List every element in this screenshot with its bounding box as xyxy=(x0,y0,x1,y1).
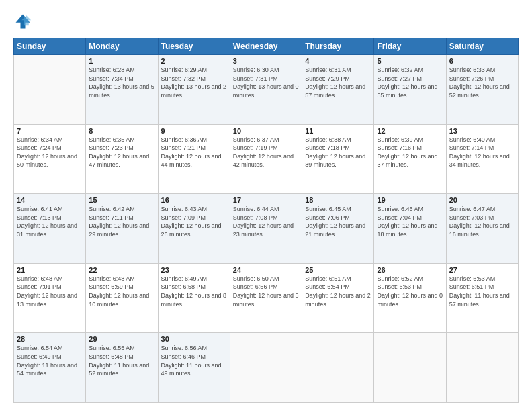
day-number: 6 xyxy=(449,57,515,65)
calendar-day-cell: 24Sunrise: 6:50 AMSunset: 6:56 PMDayligh… xyxy=(230,263,302,333)
day-info: Sunrise: 6:54 AMSunset: 6:49 PMDaylight:… xyxy=(17,344,83,377)
day-info: Sunrise: 6:35 AMSunset: 7:23 PMDaylight:… xyxy=(89,136,154,169)
calendar-day-cell: 4Sunrise: 6:31 AMSunset: 7:29 PMDaylight… xyxy=(302,55,374,125)
day-number: 11 xyxy=(305,127,371,135)
day-info: Sunrise: 6:50 AMSunset: 6:56 PMDaylight:… xyxy=(233,275,299,308)
weekday-header: Friday xyxy=(374,38,446,55)
day-number: 5 xyxy=(377,57,443,65)
day-number: 25 xyxy=(305,266,371,274)
logo-icon xyxy=(13,12,32,31)
calendar-day-cell xyxy=(230,333,302,403)
day-number: 12 xyxy=(377,127,443,135)
page: SundayMondayTuesdayWednesdayThursdayFrid… xyxy=(0,0,532,411)
day-info: Sunrise: 6:42 AMSunset: 7:11 PMDaylight:… xyxy=(89,205,154,238)
calendar-day-cell xyxy=(374,333,446,403)
day-number: 22 xyxy=(89,266,154,274)
day-number: 14 xyxy=(17,196,83,204)
calendar-week-row: 28Sunrise: 6:54 AMSunset: 6:49 PMDayligh… xyxy=(14,333,519,403)
calendar-day-cell: 29Sunrise: 6:55 AMSunset: 6:48 PMDayligh… xyxy=(86,333,158,403)
day-info: Sunrise: 6:48 AMSunset: 7:01 PMDaylight:… xyxy=(17,275,83,308)
day-number: 3 xyxy=(233,57,299,65)
calendar-day-cell: 16Sunrise: 6:43 AMSunset: 7:09 PMDayligh… xyxy=(158,194,230,264)
calendar-day-cell: 13Sunrise: 6:40 AMSunset: 7:14 PMDayligh… xyxy=(446,124,518,194)
day-info: Sunrise: 6:39 AMSunset: 7:16 PMDaylight:… xyxy=(377,136,443,169)
weekday-header: Monday xyxy=(86,38,158,55)
logo xyxy=(13,12,35,31)
calendar-table: SundayMondayTuesdayWednesdayThursdayFrid… xyxy=(13,38,519,403)
calendar-day-cell: 28Sunrise: 6:54 AMSunset: 6:49 PMDayligh… xyxy=(14,333,86,403)
calendar-day-cell: 26Sunrise: 6:52 AMSunset: 6:53 PMDayligh… xyxy=(374,263,446,333)
day-info: Sunrise: 6:38 AMSunset: 7:18 PMDaylight:… xyxy=(305,136,371,169)
day-info: Sunrise: 6:36 AMSunset: 7:21 PMDaylight:… xyxy=(161,136,227,169)
calendar-day-cell: 11Sunrise: 6:38 AMSunset: 7:18 PMDayligh… xyxy=(302,124,374,194)
weekday-header: Tuesday xyxy=(158,38,230,55)
calendar-day-cell: 18Sunrise: 6:45 AMSunset: 7:06 PMDayligh… xyxy=(302,194,374,264)
day-info: Sunrise: 6:30 AMSunset: 7:31 PMDaylight:… xyxy=(233,66,299,99)
day-number: 7 xyxy=(17,127,83,135)
calendar-header-row: SundayMondayTuesdayWednesdayThursdayFrid… xyxy=(14,38,519,55)
calendar-day-cell: 22Sunrise: 6:48 AMSunset: 6:59 PMDayligh… xyxy=(86,263,158,333)
weekday-header: Thursday xyxy=(302,38,374,55)
calendar-day-cell: 7Sunrise: 6:34 AMSunset: 7:24 PMDaylight… xyxy=(14,124,86,194)
day-number: 10 xyxy=(233,127,299,135)
weekday-header: Sunday xyxy=(14,38,86,55)
calendar-day-cell: 3Sunrise: 6:30 AMSunset: 7:31 PMDaylight… xyxy=(230,55,302,125)
weekday-header: Wednesday xyxy=(230,38,302,55)
calendar-day-cell: 5Sunrise: 6:32 AMSunset: 7:27 PMDaylight… xyxy=(374,55,446,125)
calendar-day-cell: 15Sunrise: 6:42 AMSunset: 7:11 PMDayligh… xyxy=(86,194,158,264)
day-info: Sunrise: 6:28 AMSunset: 7:34 PMDaylight:… xyxy=(89,66,154,99)
day-info: Sunrise: 6:40 AMSunset: 7:14 PMDaylight:… xyxy=(449,136,515,169)
day-number: 26 xyxy=(377,266,443,274)
weekday-header: Saturday xyxy=(446,38,518,55)
day-info: Sunrise: 6:34 AMSunset: 7:24 PMDaylight:… xyxy=(17,136,83,169)
day-number: 13 xyxy=(449,127,515,135)
day-info: Sunrise: 6:56 AMSunset: 6:46 PMDaylight:… xyxy=(161,344,227,377)
calendar-day-cell: 19Sunrise: 6:46 AMSunset: 7:04 PMDayligh… xyxy=(374,194,446,264)
day-number: 17 xyxy=(233,196,299,204)
day-number: 16 xyxy=(161,196,227,204)
day-number: 19 xyxy=(377,196,443,204)
day-info: Sunrise: 6:33 AMSunset: 7:26 PMDaylight:… xyxy=(449,66,515,99)
day-info: Sunrise: 6:52 AMSunset: 6:53 PMDaylight:… xyxy=(377,275,443,308)
day-number: 21 xyxy=(17,266,83,274)
day-info: Sunrise: 6:55 AMSunset: 6:48 PMDaylight:… xyxy=(89,344,154,377)
day-number: 9 xyxy=(161,127,227,135)
day-number: 23 xyxy=(161,266,227,274)
day-number: 2 xyxy=(161,57,227,65)
day-number: 30 xyxy=(161,335,227,343)
calendar-day-cell: 8Sunrise: 6:35 AMSunset: 7:23 PMDaylight… xyxy=(86,124,158,194)
day-info: Sunrise: 6:49 AMSunset: 6:58 PMDaylight:… xyxy=(161,275,227,308)
calendar-week-row: 21Sunrise: 6:48 AMSunset: 7:01 PMDayligh… xyxy=(14,263,519,333)
calendar-day-cell: 20Sunrise: 6:47 AMSunset: 7:03 PMDayligh… xyxy=(446,194,518,264)
day-info: Sunrise: 6:51 AMSunset: 6:54 PMDaylight:… xyxy=(305,275,371,308)
calendar-day-cell: 27Sunrise: 6:53 AMSunset: 6:51 PMDayligh… xyxy=(446,263,518,333)
header xyxy=(13,12,519,31)
calendar-day-cell: 10Sunrise: 6:37 AMSunset: 7:19 PMDayligh… xyxy=(230,124,302,194)
calendar-day-cell xyxy=(302,333,374,403)
day-info: Sunrise: 6:43 AMSunset: 7:09 PMDaylight:… xyxy=(161,205,227,238)
calendar-day-cell: 6Sunrise: 6:33 AMSunset: 7:26 PMDaylight… xyxy=(446,55,518,125)
day-info: Sunrise: 6:32 AMSunset: 7:27 PMDaylight:… xyxy=(377,66,443,99)
calendar-day-cell xyxy=(446,333,518,403)
day-info: Sunrise: 6:48 AMSunset: 6:59 PMDaylight:… xyxy=(89,275,154,308)
calendar-day-cell: 14Sunrise: 6:41 AMSunset: 7:13 PMDayligh… xyxy=(14,194,86,264)
day-info: Sunrise: 6:37 AMSunset: 7:19 PMDaylight:… xyxy=(233,136,299,169)
calendar-day-cell: 25Sunrise: 6:51 AMSunset: 6:54 PMDayligh… xyxy=(302,263,374,333)
calendar-day-cell: 1Sunrise: 6:28 AMSunset: 7:34 PMDaylight… xyxy=(86,55,158,125)
calendar-week-row: 7Sunrise: 6:34 AMSunset: 7:24 PMDaylight… xyxy=(14,124,519,194)
day-number: 27 xyxy=(449,266,515,274)
calendar-day-cell: 9Sunrise: 6:36 AMSunset: 7:21 PMDaylight… xyxy=(158,124,230,194)
day-number: 4 xyxy=(305,57,371,65)
day-info: Sunrise: 6:31 AMSunset: 7:29 PMDaylight:… xyxy=(305,66,371,99)
calendar-day-cell: 12Sunrise: 6:39 AMSunset: 7:16 PMDayligh… xyxy=(374,124,446,194)
day-number: 15 xyxy=(89,196,154,204)
day-info: Sunrise: 6:45 AMSunset: 7:06 PMDaylight:… xyxy=(305,205,371,238)
day-number: 20 xyxy=(449,196,515,204)
calendar-day-cell: 21Sunrise: 6:48 AMSunset: 7:01 PMDayligh… xyxy=(14,263,86,333)
day-info: Sunrise: 6:44 AMSunset: 7:08 PMDaylight:… xyxy=(233,205,299,238)
day-info: Sunrise: 6:29 AMSunset: 7:32 PMDaylight:… xyxy=(161,66,227,99)
day-number: 1 xyxy=(89,57,154,65)
day-number: 24 xyxy=(233,266,299,274)
calendar-day-cell: 23Sunrise: 6:49 AMSunset: 6:58 PMDayligh… xyxy=(158,263,230,333)
day-info: Sunrise: 6:47 AMSunset: 7:03 PMDaylight:… xyxy=(449,205,515,238)
